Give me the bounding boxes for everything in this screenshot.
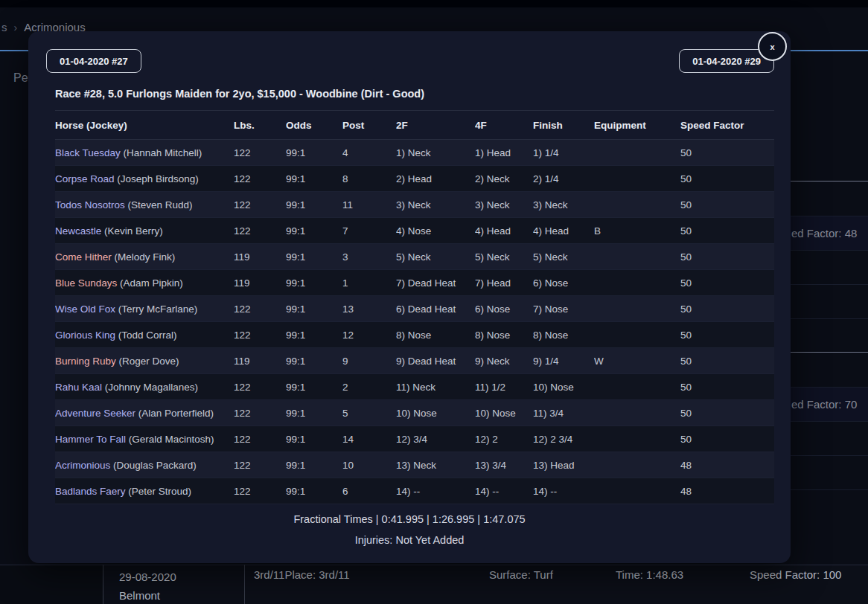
finish-cell: 14) -- xyxy=(533,486,594,497)
odds-cell: 99:1 xyxy=(286,356,342,367)
post-cell: 11 xyxy=(342,199,396,211)
4f-call-cell: 14) -- xyxy=(475,486,533,497)
race-row-place: 3rd/11Place: 3rd/11 xyxy=(254,568,350,581)
race-detail-dialog: 01-04-2020 #27 01-04-2020 #29 x Race #28… xyxy=(28,31,791,563)
horse-jockey-cell: Acrimonious (Douglas Packard) xyxy=(55,460,234,471)
jockey-name: (Todd Corral) xyxy=(115,330,177,341)
table-row: Acrimonious (Douglas Packard) 122 99:1 1… xyxy=(55,452,774,478)
horse-link[interactable]: Wise Old Fox xyxy=(55,303,115,315)
2f-call-cell: 4) Nose xyxy=(396,225,475,237)
horse-jockey-cell: Hammer To Fall (Gerald Macintosh) xyxy=(55,434,234,445)
speed-factor-cell: 50 xyxy=(680,225,774,237)
jockey-name: (Adam Pipkin) xyxy=(117,277,183,289)
horse-jockey-cell: Come Hither (Melody Fink) xyxy=(55,251,234,263)
horse-jockey-cell: Corpse Road (Joseph Birdsong) xyxy=(55,173,234,184)
background-speed-factor-70: ed Factor: 70 xyxy=(791,398,857,411)
2f-call-cell: 5) Neck xyxy=(396,251,475,263)
post-cell: 1 xyxy=(342,277,396,289)
speed-factor-cell: 50 xyxy=(680,303,774,315)
4f-call-cell: 7) Head xyxy=(475,277,533,289)
table-row: Adventure Seeker (Alan Porterfield) 122 … xyxy=(55,400,774,426)
2f-call-cell: 12) 3/4 xyxy=(396,434,475,445)
breadcrumb-parent-fragment[interactable]: s xyxy=(1,21,7,33)
post-cell: 10 xyxy=(342,460,396,471)
column-header-post: Post xyxy=(342,120,396,131)
finish-cell: 12) 2 3/4 xyxy=(533,434,594,445)
2f-call-cell: 7) Dead Heat xyxy=(396,277,475,289)
fractional-times: Fractional Times | 0:41.995 | 1:26.995 |… xyxy=(28,513,791,525)
post-cell: 5 xyxy=(342,408,396,419)
horse-jockey-cell: Black Tuesday (Hannah Mitchell) xyxy=(55,147,234,158)
table-header-row: Horse (Jockey) Lbs. Odds Post 2F 4F Fini… xyxy=(55,110,774,140)
horse-link[interactable]: Badlands Faery xyxy=(55,486,126,497)
lbs-cell: 119 xyxy=(234,356,286,367)
close-button[interactable]: x xyxy=(758,32,787,61)
odds-cell: 99:1 xyxy=(286,225,342,237)
horse-link[interactable]: Acrimonious xyxy=(55,460,110,471)
horse-link[interactable]: Todos Nosotros xyxy=(55,199,125,211)
chevron-right-icon: › xyxy=(14,22,18,33)
finish-cell: 2) 1/4 xyxy=(533,173,594,184)
horse-link[interactable]: Come Hither xyxy=(55,251,112,263)
table-row: Glorious King (Todd Corral) 122 99:1 12 … xyxy=(55,322,774,348)
horse-jockey-cell: Newcastle (Kevin Berry) xyxy=(55,225,234,237)
finish-cell: 3) Neck xyxy=(533,199,594,211)
odds-cell: 99:1 xyxy=(286,330,342,341)
horse-link[interactable]: Adventure Seeker xyxy=(55,408,135,419)
horse-jockey-cell: Todos Nosotros (Steven Rudd) xyxy=(55,199,234,211)
lbs-cell: 122 xyxy=(234,460,286,471)
horse-link[interactable]: Blue Sundays xyxy=(55,277,117,289)
horse-jockey-cell: Blue Sundays (Adam Pipkin) xyxy=(55,277,234,289)
2f-call-cell: 8) Nose xyxy=(396,330,475,341)
race-row-surface: Surface: Turf xyxy=(489,568,553,581)
lbs-cell: 122 xyxy=(234,199,286,211)
background-column-border xyxy=(244,565,245,604)
equipment-cell: B xyxy=(594,225,680,237)
odds-cell: 99:1 xyxy=(286,486,342,497)
race-results-table: Horse (Jockey) Lbs. Odds Post 2F 4F Fini… xyxy=(55,110,774,504)
speed-factor-cell: 50 xyxy=(680,408,774,419)
jockey-name: (Peter Stroud) xyxy=(126,486,192,497)
jockey-name: (Joseph Birdsong) xyxy=(115,173,199,184)
odds-cell: 99:1 xyxy=(286,303,342,315)
injuries-note: Injuries: Not Yet Added xyxy=(28,534,791,546)
2f-call-cell: 14) -- xyxy=(396,486,475,497)
4f-call-cell: 3) Neck xyxy=(475,199,533,211)
table-row: Badlands Faery (Peter Stroud) 122 99:1 6… xyxy=(55,478,774,504)
finish-cell: 11) 3/4 xyxy=(533,408,594,419)
finish-cell: 5) Neck xyxy=(533,251,594,263)
horse-link[interactable]: Newcastle xyxy=(55,225,101,237)
finish-cell: 4) Head xyxy=(533,225,594,237)
odds-cell: 99:1 xyxy=(286,460,342,471)
horse-jockey-cell: Adventure Seeker (Alan Porterfield) xyxy=(55,408,234,419)
speed-factor-cell: 50 xyxy=(680,277,774,289)
2f-call-cell: 13) Neck xyxy=(396,460,475,471)
table-row: Corpse Road (Joseph Birdsong) 122 99:1 8… xyxy=(55,166,774,192)
background-speed-factor-48: ed Factor: 48 xyxy=(791,227,857,240)
horse-link[interactable]: Rahu Kaal xyxy=(55,382,102,393)
lbs-cell: 122 xyxy=(234,408,286,419)
horse-link[interactable]: Hammer To Fall xyxy=(55,434,126,445)
4f-call-cell: 12) 2 xyxy=(475,434,533,445)
jockey-name: (Terry McFarlane) xyxy=(115,303,197,315)
lbs-cell: 119 xyxy=(234,251,286,263)
race-title: Race #28, 5.0 Furlongs Maiden for 2yo, $… xyxy=(55,88,424,100)
jockey-name: (Johnny Magallanes) xyxy=(102,382,198,393)
race-row-speed-factor: Speed Factor: 100 xyxy=(750,568,841,581)
horse-link[interactable]: Glorious King xyxy=(55,330,115,341)
4f-call-cell: 6) Nose xyxy=(475,303,533,315)
horse-jockey-cell: Wise Old Fox (Terry McFarlane) xyxy=(55,303,234,315)
horse-link[interactable]: Corpse Road xyxy=(55,173,115,184)
post-cell: 6 xyxy=(342,486,396,497)
post-cell: 3 xyxy=(342,251,396,263)
4f-call-cell: 10) Nose xyxy=(475,408,533,419)
odds-cell: 99:1 xyxy=(286,408,342,419)
odds-cell: 99:1 xyxy=(286,382,342,393)
previous-race-button[interactable]: 01-04-2020 #27 xyxy=(46,49,141,73)
horse-link[interactable]: Burning Ruby xyxy=(55,356,116,367)
4f-call-cell: 8) Nose xyxy=(475,330,533,341)
lbs-cell: 122 xyxy=(234,303,286,315)
horse-link[interactable]: Black Tuesday xyxy=(55,147,121,158)
race-row-date: 29-08-2020 xyxy=(119,571,176,583)
jockey-name: (Douglas Packard) xyxy=(110,460,197,471)
